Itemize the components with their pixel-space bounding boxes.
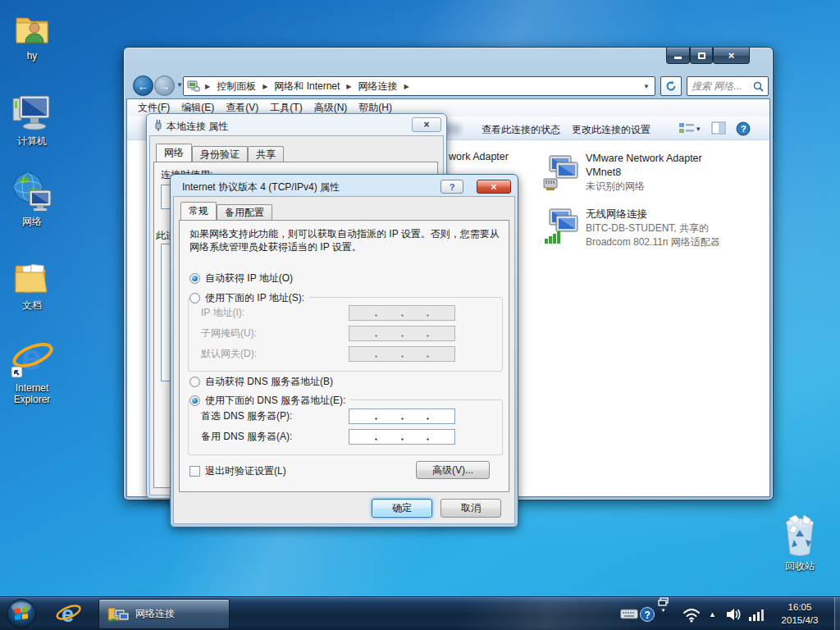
- breadcrumb-control-panel[interactable]: 控制面板: [215, 80, 258, 94]
- manual-ip-radio-row[interactable]: 使用下面的 IP 地址(S):: [189, 291, 309, 305]
- adapter-name-fragment[interactable]: work Adapter: [449, 150, 509, 164]
- taskbar-item-label: 网络连接: [135, 607, 175, 621]
- adapter-vmnet8-icon[interactable]: [541, 153, 581, 194]
- change-view-button[interactable]: ▾: [678, 121, 703, 138]
- tab-sharing[interactable]: 共享: [248, 146, 284, 162]
- default-gateway-field[interactable]: [349, 346, 455, 362]
- subnet-mask-field[interactable]: [349, 326, 455, 341]
- auto-dns-label: 自动获得 DNS 服务器地址(B): [205, 375, 333, 389]
- subnet-mask-label: 子网掩码(U):: [201, 326, 257, 340]
- tray-action-center-icon[interactable]: ?: [639, 597, 655, 630]
- network-globe-icon: [0, 172, 64, 213]
- forward-button[interactable]: →: [154, 75, 175, 96]
- address-dropdown-icon[interactable]: ▼: [643, 83, 651, 90]
- close-button[interactable]: ×: [412, 117, 441, 132]
- start-button[interactable]: [6, 598, 37, 629]
- radio-unselected-icon[interactable]: [189, 377, 200, 387]
- tab-network[interactable]: 网络: [156, 144, 192, 162]
- breadcrumb-network-connections[interactable]: 网络连接: [357, 80, 399, 94]
- ok-button[interactable]: 确定: [372, 499, 432, 518]
- advanced-button-label: 高级(V)...: [432, 463, 473, 477]
- breadcrumb-separator-icon: ▶: [258, 83, 272, 90]
- address-bar[interactable]: ▶ 控制面板 ▶ 网络和 Internet ▶ 网络连接 ▶ ▼: [183, 76, 655, 96]
- taskbar-clock[interactable]: 16:05 2015/4/3: [769, 600, 830, 627]
- tray-wifi-icon[interactable]: [681, 597, 702, 630]
- dialog-title: 本地连接 属性: [167, 120, 228, 134]
- search-placeholder: 搜索 网络...: [692, 80, 753, 94]
- taskbar-internet-explorer-button[interactable]: e: [51, 600, 85, 628]
- adapter-wireless-icon[interactable]: [541, 206, 581, 248]
- desktop-icon-computer[interactable]: 计算机: [0, 92, 64, 148]
- desktop-icon-documents[interactable]: 文档: [0, 256, 64, 312]
- adapter-status: BITC-DB-STUDENT, 共享的: [586, 221, 778, 235]
- desktop-icon-label: 文档: [0, 300, 64, 312]
- tray-signal-icon[interactable]: [748, 597, 765, 630]
- adapter-wireless[interactable]: 无线网络连接 BITC-DB-STUDENT, 共享的 Broadcom 802…: [586, 208, 778, 249]
- tab-alternate-configuration[interactable]: 备用配置: [217, 204, 272, 220]
- tray-show-hidden-icons[interactable]: ▾: [658, 597, 669, 630]
- preferred-dns-label: 首选 DNS 服务器(P):: [201, 409, 292, 423]
- help-button[interactable]: ?: [736, 121, 751, 139]
- close-button[interactable]: ×: [713, 48, 750, 64]
- change-connection-settings-command[interactable]: 更改此连接的设置: [572, 123, 651, 137]
- back-button[interactable]: ←: [133, 75, 153, 96]
- tab-general[interactable]: 常规: [180, 202, 217, 220]
- radio-selected-icon[interactable]: [189, 273, 200, 284]
- validate-checkbox-row[interactable]: 退出时验证设置(L): [189, 464, 286, 478]
- search-box[interactable]: 搜索 网络...: [687, 76, 769, 96]
- desktop-icon-internet-explorer[interactable]: e Internet Explorer: [0, 339, 64, 406]
- subnet-mask-row: 子网掩码(U):: [201, 326, 257, 340]
- tab-authentication[interactable]: 身份验证: [192, 146, 248, 162]
- svg-text:?: ?: [741, 124, 746, 134]
- desktop-icon-hy[interactable]: hy: [0, 7, 64, 62]
- connection-plug-icon: [153, 119, 163, 131]
- maximize-button[interactable]: [690, 48, 713, 64]
- radio-selected-icon[interactable]: [189, 395, 200, 406]
- recycle-bin-icon: [768, 517, 832, 558]
- tab-strip: 常规 备用配置: [180, 202, 272, 220]
- adapter-vmnet8[interactable]: VMware Network Adapter VMnet8 未识别的网络: [586, 152, 774, 194]
- auto-ip-radio-row[interactable]: 自动获得 IP 地址(O): [189, 272, 293, 285]
- svg-text:▾: ▾: [696, 125, 701, 133]
- advanced-button[interactable]: 高级(V)...: [416, 461, 490, 479]
- preview-pane-button[interactable]: [711, 121, 726, 138]
- ip-address-field[interactable]: [349, 305, 455, 321]
- computer-icon: [0, 92, 64, 133]
- refresh-button[interactable]: [660, 76, 682, 96]
- minimize-button[interactable]: [666, 48, 690, 64]
- tray-up-arrow-icon[interactable]: ▲: [709, 597, 716, 630]
- recent-pages-caret-icon[interactable]: ▼: [176, 81, 183, 89]
- desktop-icon-label: Internet Explorer: [0, 383, 64, 406]
- tray-volume-icon[interactable]: [725, 597, 742, 630]
- maximize-icon: [698, 52, 705, 59]
- view-connection-status-command[interactable]: 查看此连接的状态: [482, 123, 560, 137]
- alternate-dns-field[interactable]: [349, 429, 455, 445]
- show-desktop-button[interactable]: [834, 597, 840, 630]
- desktop-icon-recycle-bin[interactable]: 回收站: [768, 517, 832, 573]
- manual-ip-label: 使用下面的 IP 地址(S):: [205, 291, 304, 305]
- dialog-body: 常规 备用配置 如果网络支持此功能，则可以获取自动指派的 IP 设置。否则，您需…: [173, 196, 515, 524]
- tray-keyboard-icon[interactable]: [620, 597, 638, 630]
- desktop-icon-network[interactable]: 网络: [0, 172, 64, 228]
- help-icon: ?: [450, 182, 455, 192]
- help-button[interactable]: ?: [441, 180, 463, 194]
- breadcrumb-network-internet[interactable]: 网络和 Internet: [272, 80, 341, 94]
- manual-dns-label: 使用下面的 DNS 服务器地址(E):: [205, 394, 345, 408]
- documents-folder-icon: [0, 256, 64, 297]
- taskbar-item-network-connections[interactable]: 网络连接: [98, 599, 230, 629]
- checkbox-unchecked-icon[interactable]: [189, 466, 200, 477]
- radio-unselected-icon[interactable]: [189, 293, 200, 304]
- svg-text:e: e: [62, 601, 74, 627]
- close-button[interactable]: ×: [477, 180, 511, 194]
- cancel-button[interactable]: 取消: [441, 499, 501, 518]
- breadcrumb-separator-icon: ▶: [399, 83, 414, 90]
- manual-dns-radio-row[interactable]: 使用下面的 DNS 服务器地址(E):: [189, 394, 350, 408]
- search-icon[interactable]: [753, 81, 764, 92]
- preferred-dns-field[interactable]: [349, 409, 455, 424]
- auto-dns-radio-row[interactable]: 自动获得 DNS 服务器地址(B): [189, 375, 333, 389]
- network-connections-icon: [107, 605, 129, 624]
- close-icon: ×: [423, 119, 429, 130]
- tab-strip: 网络 身份验证 共享: [156, 144, 284, 162]
- adapter-status2: Broadcom 802.11n 网络适配器: [586, 235, 778, 249]
- ipv4-properties-dialog: Internet 协议版本 4 (TCP/IPv4) 属性 ? × 常规 备用配…: [170, 174, 518, 527]
